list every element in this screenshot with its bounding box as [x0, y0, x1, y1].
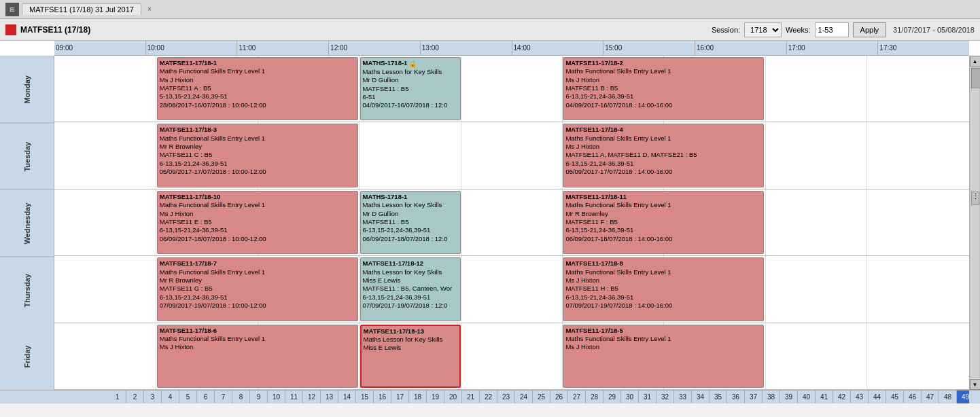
week-num-25[interactable]: 25 [533, 391, 550, 403]
wednesday-row: MATFSE11-17/18-10 Maths Functional Skill… [54, 189, 969, 256]
thursday-row: MATFSE11-17/18-7 Maths Functional Skills… [54, 256, 969, 323]
week-num-20[interactable]: 20 [444, 391, 462, 403]
time-1300: 13:00 [421, 41, 512, 55]
week-num-7[interactable]: 7 [215, 391, 232, 403]
time-1730: 17:30 [878, 41, 969, 55]
day-label-friday: Friday [0, 323, 54, 390]
week-num-33[interactable]: 33 [674, 391, 692, 403]
grid-area: Monday Tuesday Wednesday Thursday Friday [0, 56, 980, 390]
weeks-input[interactable] [815, 22, 849, 37]
calendar-container: 09:00 10:00 11:00 12:00 13:00 14:00 15:0… [0, 41, 980, 403]
timetable-title: MATFSE11 (17/18) [20, 25, 712, 35]
week-num-24[interactable]: 24 [515, 391, 533, 403]
event-thu-3[interactable]: MATFSE11-17/18-8 Maths Functional Skills… [563, 257, 764, 321]
week-num-40[interactable]: 40 [798, 391, 816, 403]
week-num-35[interactable]: 35 [710, 391, 727, 403]
week-num-45[interactable]: 45 [886, 391, 904, 403]
week-num-15[interactable]: 15 [356, 391, 374, 403]
event-mon-3[interactable]: MATFSE11-17/18-2 Maths Functional Skills… [563, 57, 764, 120]
session-select[interactable]: 1718 [744, 22, 782, 37]
time-1200: 12:00 [329, 41, 421, 55]
week-num-16[interactable]: 16 [374, 391, 391, 403]
grid-icon[interactable]: ⊞ [5, 3, 19, 16]
week-num-1[interactable]: 1 [109, 391, 126, 403]
week-num-46[interactable]: 46 [904, 391, 922, 403]
week-num-47[interactable]: 47 [922, 391, 939, 403]
event-wed-1[interactable]: MATFSE11-17/18-10 Maths Functional Skill… [157, 191, 358, 254]
time-1400: 14:00 [512, 41, 604, 55]
day-label-wednesday: Wednesday [0, 189, 54, 257]
time-header: 09:00 10:00 11:00 12:00 13:00 14:00 15:0… [54, 41, 969, 56]
scroll-down-arrow[interactable]: ▼ [970, 379, 981, 390]
scroll-track: ⋮ [970, 67, 980, 378]
week-num-23[interactable]: 23 [497, 391, 515, 403]
event-wed-3[interactable]: MATFSE11-17/18-11 Maths Functional Skill… [563, 191, 764, 254]
event-fri-1[interactable]: MATFSE11-17/18-6 Maths Functional Skills… [157, 325, 358, 388]
session-label: Session: [712, 26, 740, 34]
week-num-49[interactable]: 49 [957, 391, 969, 403]
week-num-29[interactable]: 29 [603, 391, 621, 403]
friday-row: MATFSE11-17/18-6 Maths Functional Skills… [54, 323, 969, 390]
week-num-11[interactable]: 11 [285, 391, 303, 403]
scroll-up-arrow[interactable]: ▲ [970, 56, 981, 67]
week-num-32[interactable]: 32 [657, 391, 674, 403]
tuesday-row: MATFSE11-17/18-3 Maths Functional Skills… [54, 122, 969, 189]
day-label-thursday: Thursday [0, 257, 54, 324]
week-num-39[interactable]: 39 [780, 391, 798, 403]
week-num-48[interactable]: 48 [939, 391, 957, 403]
week-num-38[interactable]: 38 [763, 391, 780, 403]
event-mon-1[interactable]: MATFSE11-17/18-1 Maths Functional Skills… [157, 57, 358, 120]
day-label-monday: Monday [0, 56, 54, 123]
date-range: 31/07/2017 - 05/08/2018 [893, 26, 975, 34]
event-tue-2[interactable]: MATFSE11-17/18-4 Maths Functional Skills… [563, 124, 764, 187]
event-mon-2[interactable]: MATHS-1718-1 🔒 Maths Lesson for Key Skil… [360, 57, 461, 120]
week-num-27[interactable]: 27 [568, 391, 586, 403]
grid-body: MATFSE11-17/18-1 Maths Functional Skills… [54, 56, 969, 390]
week-num-42[interactable]: 42 [833, 391, 851, 403]
week-num-37[interactable]: 37 [745, 391, 763, 403]
week-num-6[interactable]: 6 [197, 391, 215, 403]
week-num-8[interactable]: 8 [232, 391, 250, 403]
week-num-31[interactable]: 31 [639, 391, 657, 403]
week-num-2[interactable]: 2 [126, 391, 144, 403]
week-num-4[interactable]: 4 [162, 391, 179, 403]
week-num-17[interactable]: 17 [391, 391, 409, 403]
week-num-18[interactable]: 18 [409, 391, 427, 403]
week-num-34[interactable]: 34 [692, 391, 710, 403]
week-num-19[interactable]: 19 [427, 391, 444, 403]
tab[interactable]: MATFSE11 (17/18) 31 Jul 2017 [22, 3, 141, 15]
scrollbar-right[interactable]: ▲ ⋮ ▼ [969, 56, 980, 390]
day-label-tuesday: Tuesday [0, 123, 54, 190]
week-num-36[interactable]: 36 [727, 391, 745, 403]
week-num-13[interactable]: 13 [321, 391, 338, 403]
event-fri-2[interactable]: MATFSE11-17/18-13 Maths Lesson for Key S… [360, 325, 461, 388]
scroll-thumb[interactable] [971, 68, 981, 88]
session-controls: Session: 1718 Weeks: Apply 31/07/2017 - … [712, 22, 975, 37]
event-wed-2[interactable]: MATHS-1718-1 Maths Lesson for Key Skills… [360, 191, 461, 254]
week-num-3[interactable]: 3 [144, 391, 162, 403]
event-thu-1[interactable]: MATFSE11-17/18-7 Maths Functional Skills… [157, 257, 358, 321]
event-fri-3[interactable]: MATFSE11-17/18-5 Maths Functional Skills… [563, 325, 764, 388]
week-num-21[interactable]: 21 [462, 391, 480, 403]
week-num-41[interactable]: 41 [816, 391, 833, 403]
week-num-26[interactable]: 26 [550, 391, 568, 403]
time-0900: 09:00 [54, 41, 146, 55]
event-thu-2[interactable]: MATFSE11-17/18-12 Maths Lesson for Key S… [360, 257, 461, 321]
week-num-44[interactable]: 44 [869, 391, 886, 403]
week-num-9[interactable]: 9 [250, 391, 268, 403]
monday-row: MATFSE11-17/18-1 Maths Functional Skills… [54, 56, 969, 122]
week-num-10[interactable]: 10 [268, 391, 285, 403]
tab-close[interactable]: × [144, 4, 155, 15]
apply-button[interactable]: Apply [853, 22, 887, 37]
week-num-12[interactable]: 12 [303, 391, 321, 403]
week-num-28[interactable]: 28 [586, 391, 603, 403]
week-num-30[interactable]: 30 [621, 391, 639, 403]
time-1000: 10:00 [146, 41, 238, 55]
week-num-22[interactable]: 22 [480, 391, 497, 403]
event-tue-1[interactable]: MATFSE11-17/18-3 Maths Functional Skills… [157, 124, 358, 187]
week-num-14[interactable]: 14 [338, 391, 356, 403]
week-num-5[interactable]: 5 [179, 391, 197, 403]
week-num-43[interactable]: 43 [851, 391, 869, 403]
scroll-handle: ⋮ [971, 192, 979, 205]
time-1500: 15:00 [603, 41, 695, 55]
